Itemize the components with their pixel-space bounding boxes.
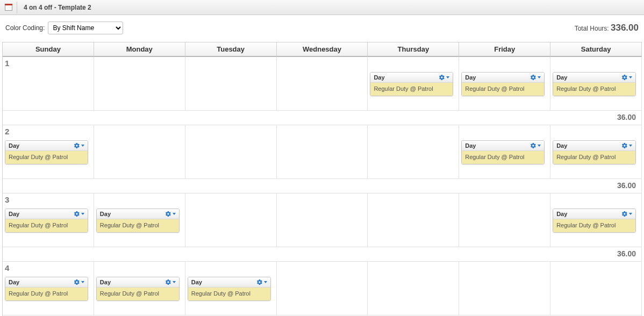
shift-description: Regular Duty @ Patrol <box>370 83 453 96</box>
week-total: 36.00 <box>3 247 642 262</box>
shift-card-header: Day <box>97 209 179 219</box>
shift-card[interactable]: DayRegular Duty @ Patrol <box>96 277 180 301</box>
shift-settings-button[interactable] <box>165 211 176 217</box>
shift-card[interactable]: DayRegular Duty @ Patrol <box>370 72 453 96</box>
total-hours-label: Total Hours: <box>575 25 609 32</box>
day-header: Friday <box>459 42 550 57</box>
shift-settings-button[interactable] <box>621 211 632 217</box>
shift-card-header: Day <box>462 141 544 151</box>
day-cell[interactable]: DayRegular Duty @ Patrol <box>550 125 642 179</box>
chevron-down-icon <box>81 145 84 147</box>
shift-name: Day <box>9 142 19 149</box>
day-cell[interactable] <box>368 125 459 179</box>
day-cell[interactable] <box>550 262 642 315</box>
shift-card[interactable]: DayRegular Duty @ Patrol <box>188 277 271 301</box>
shift-card-header: Day <box>370 73 453 83</box>
week-number: 2 <box>5 127 9 136</box>
shift-settings-button[interactable] <box>621 142 632 149</box>
day-cell[interactable]: 1 <box>3 57 94 111</box>
week-total: 36.00 <box>3 179 642 193</box>
day-cell[interactable] <box>277 125 368 179</box>
chevron-down-icon <box>538 145 541 147</box>
shift-card[interactable]: DayRegular Duty @ Patrol <box>553 209 636 233</box>
day-cell[interactable] <box>94 57 185 111</box>
total-hours-value: 336.00 <box>611 23 639 33</box>
shift-name: Day <box>556 142 567 149</box>
shift-settings-button[interactable] <box>439 74 449 81</box>
shift-settings-button[interactable] <box>530 142 541 149</box>
shift-card[interactable]: DayRegular Duty @ Patrol <box>5 209 88 233</box>
shift-description: Regular Duty @ Patrol <box>553 151 635 164</box>
day-cell[interactable]: DayRegular Duty @ Patrol <box>459 125 550 179</box>
shift-settings-button[interactable] <box>621 74 632 81</box>
shift-name: Day <box>100 279 111 285</box>
day-cell[interactable] <box>185 125 277 179</box>
day-cell[interactable]: DayRegular Duty @ Patrol <box>550 193 642 247</box>
chevron-down-icon <box>538 76 541 78</box>
total-hours: Total Hours: 336.00 <box>575 23 639 33</box>
shift-name: Day <box>465 74 476 81</box>
day-cell[interactable] <box>277 57 368 111</box>
day-header: Tuesday <box>185 42 277 57</box>
shift-card-header: Day <box>5 209 88 219</box>
shift-description: Regular Duty @ Patrol <box>5 151 88 164</box>
day-cell[interactable]: 2DayRegular Duty @ Patrol <box>3 125 94 179</box>
day-header: Wednesday <box>277 42 368 57</box>
shift-card-header: Day <box>188 277 270 288</box>
chevron-down-icon <box>264 281 267 283</box>
day-cell[interactable] <box>185 57 277 111</box>
shift-name: Day <box>374 74 384 81</box>
shift-card[interactable]: DayRegular Duty @ Patrol <box>96 209 180 233</box>
day-cell[interactable] <box>94 125 185 179</box>
day-cell[interactable] <box>277 262 368 315</box>
week-number: 1 <box>5 59 9 68</box>
day-cell[interactable] <box>185 193 277 247</box>
shift-settings-button[interactable] <box>74 279 84 285</box>
calendar-icon-button[interactable] <box>3 2 17 13</box>
day-cell[interactable]: 3DayRegular Duty @ Patrol <box>3 193 94 247</box>
day-cell[interactable]: DayRegular Duty @ Patrol <box>94 262 185 315</box>
calendar-icon <box>5 4 12 11</box>
chevron-down-icon <box>81 281 84 283</box>
day-cell[interactable] <box>277 193 368 247</box>
shift-card-header: Day <box>553 209 635 219</box>
shift-settings-button[interactable] <box>74 211 84 217</box>
chevron-down-icon <box>629 76 632 78</box>
day-cell[interactable] <box>459 262 550 315</box>
shift-card[interactable]: DayRegular Duty @ Patrol <box>5 140 88 164</box>
day-header: Saturday <box>550 42 642 57</box>
color-coding-select[interactable]: By Shift Name <box>48 21 123 34</box>
chevron-down-icon <box>173 281 176 283</box>
shift-description: Regular Duty @ Patrol <box>97 219 179 232</box>
day-cell[interactable]: DayRegular Duty @ Patrol <box>550 57 642 111</box>
color-coding-label: Color Coding: <box>5 24 45 32</box>
shift-description: Regular Duty @ Patrol <box>5 219 88 232</box>
shift-card-header: Day <box>5 277 88 288</box>
day-cell[interactable]: DayRegular Duty @ Patrol <box>459 57 550 111</box>
day-header: Sunday <box>3 42 94 57</box>
shift-name: Day <box>191 279 202 285</box>
shift-card[interactable]: DayRegular Duty @ Patrol <box>5 277 88 301</box>
chevron-down-icon <box>173 213 176 215</box>
shift-settings-button[interactable] <box>530 74 541 81</box>
shift-card-header: Day <box>462 73 544 83</box>
day-cell[interactable] <box>368 262 459 315</box>
shift-description: Regular Duty @ Patrol <box>462 151 544 164</box>
day-cell[interactable]: 4DayRegular Duty @ Patrol <box>3 262 94 315</box>
shift-settings-button[interactable] <box>74 142 84 149</box>
shift-card[interactable]: DayRegular Duty @ Patrol <box>553 72 636 96</box>
day-cell[interactable] <box>368 193 459 247</box>
shift-settings-button[interactable] <box>256 279 267 285</box>
day-cell[interactable]: DayRegular Duty @ Patrol <box>185 262 277 315</box>
shift-card-header: Day <box>97 277 179 288</box>
week-total: 36.00 <box>3 111 642 125</box>
shift-settings-button[interactable] <box>165 279 176 285</box>
shift-description: Regular Duty @ Patrol <box>553 219 635 232</box>
day-cell[interactable]: DayRegular Duty @ Patrol <box>368 57 459 111</box>
day-cell[interactable] <box>459 193 550 247</box>
shift-card[interactable]: DayRegular Duty @ Patrol <box>461 72 545 96</box>
day-cell[interactable]: DayRegular Duty @ Patrol <box>94 193 185 247</box>
shift-card[interactable]: DayRegular Duty @ Patrol <box>461 140 545 164</box>
shift-card[interactable]: DayRegular Duty @ Patrol <box>553 140 636 164</box>
chevron-down-icon <box>446 76 449 78</box>
